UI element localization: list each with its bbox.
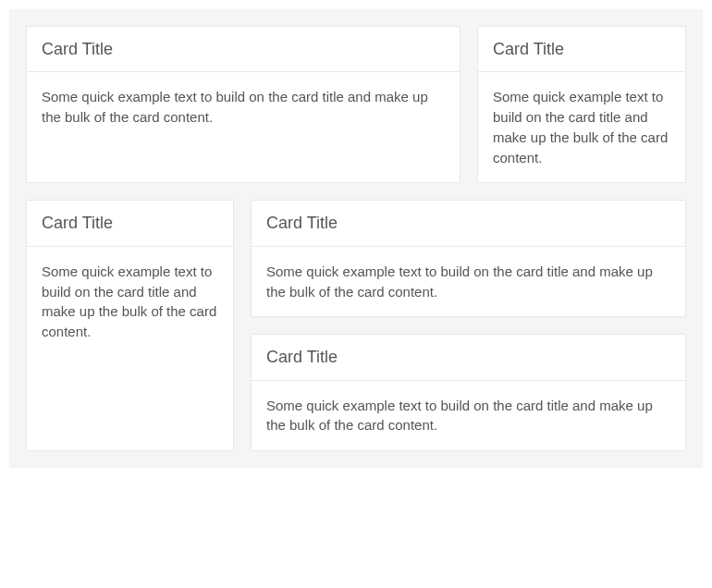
card-body: Some quick example text to build on the … (252, 247, 685, 317)
card-grid-container: Card Title Some quick example text to bu… (9, 9, 703, 468)
card-text: Some quick example text to build on the … (493, 87, 670, 167)
card-header: Card Title (27, 201, 233, 246)
card-body: Some quick example text to build on the … (27, 72, 460, 182)
card-header: Card Title (252, 335, 685, 380)
card-header: Card Title (478, 27, 685, 72)
card-2: Card Title Some quick example text to bu… (477, 26, 686, 183)
card-3: Card Title Some quick example text to bu… (26, 200, 234, 451)
card-body: Some quick example text to build on the … (27, 247, 233, 450)
card-row-2: Card Title Some quick example text to bu… (26, 200, 686, 451)
card-title: Card Title (493, 39, 670, 60)
card-header: Card Title (27, 27, 460, 72)
card-row-1: Card Title Some quick example text to bu… (26, 26, 686, 183)
card-title: Card Title (266, 347, 670, 368)
card-text: Some quick example text to build on the … (42, 262, 218, 342)
card-4: Card Title Some quick example text to bu… (251, 200, 686, 317)
card-title: Card Title (266, 213, 670, 234)
card-title: Card Title (42, 39, 445, 60)
card-body: Some quick example text to build on the … (252, 381, 685, 451)
card-text: Some quick example text to build on the … (42, 87, 445, 128)
card-header: Card Title (252, 201, 685, 246)
card-text: Some quick example text to build on the … (266, 262, 670, 302)
card-column-right: Card Title Some quick example text to bu… (251, 200, 686, 451)
card-title: Card Title (42, 213, 218, 234)
card-5: Card Title Some quick example text to bu… (251, 334, 686, 451)
card-body: Some quick example text to build on the … (478, 72, 685, 182)
card-1: Card Title Some quick example text to bu… (26, 26, 460, 183)
card-text: Some quick example text to build on the … (266, 396, 670, 436)
